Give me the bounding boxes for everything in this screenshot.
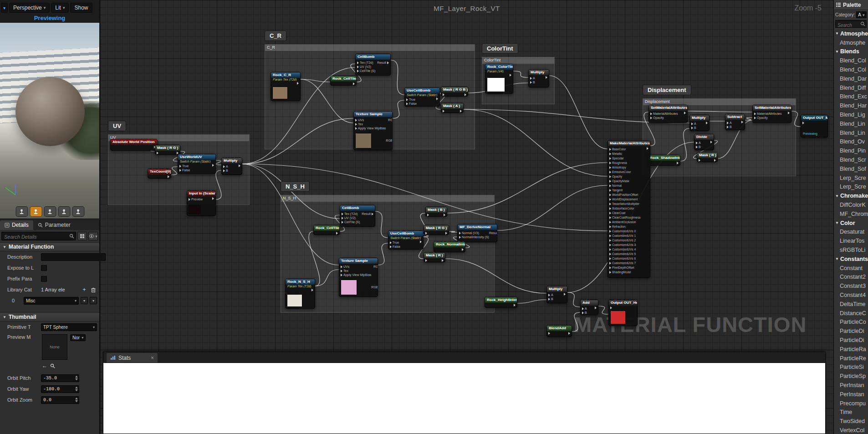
input-pin[interactable]: B [530,80,535,84]
palette-item[interactable]: Atmosphe [834,38,868,47]
palette-item[interactable]: Lerp_Scre [834,174,868,183]
output-pin[interactable] [461,248,464,251]
palette-category[interactable]: ▼Constants [834,255,868,264]
output-pin[interactable] [676,162,679,164]
comment-chip[interactable]: N_S_H [281,181,310,192]
palette-category[interactable]: ▼Chromakey [834,191,868,200]
graph-node-mul_h[interactable]: MultiplyAB [546,286,567,303]
section-thumbnail[interactable]: ▼ Thumbnail [0,312,99,322]
palette-item[interactable]: PerInstan [834,381,868,390]
output-pin[interactable]: Result [377,61,389,65]
input-pin[interactable]: Apply View MipBias [355,126,386,130]
output-pin[interactable]: Result [362,212,373,216]
palette-item[interactable]: Desaturat [834,228,868,237]
graph-node-awp[interactable]: Absolute World Position [110,139,158,151]
input-pin[interactable]: CustomizedUVs 6 [609,256,640,261]
palette-item[interactable]: Constant3 [834,281,868,291]
output-pin[interactable]: RGBA [386,138,393,143]
graph-node-sub_disp[interactable]: SubtractAB [725,114,745,130]
palette-item[interactable]: Blend_Pin [834,146,868,155]
palette-item[interactable]: Time [834,408,868,417]
graph-node-shadowint[interactable]: Rock_ShadowIntensity [648,155,680,166]
input-pin[interactable]: A [223,164,228,168]
output-pin[interactable] [567,332,570,335]
palette-item[interactable]: Constant4 [834,291,868,300]
details-search[interactable] [1,232,76,240]
input-pin[interactable]: CustomizedUVs 5 [609,252,640,256]
input-pin[interactable]: B [223,168,228,173]
element-options-button[interactable]: ▾ [81,297,88,304]
graph-node-mask_rg_uv[interactable]: Mask ( R G ) [155,145,180,155]
palette-item[interactable]: ParticleSi [834,363,868,372]
palette-item[interactable]: Blend_Diff [834,83,868,92]
palette-item[interactable]: ParticleRa [834,345,868,354]
palette-item[interactable]: Blend_Sof [834,164,868,174]
input-pin[interactable]: True [179,164,190,168]
graph-node-tint_param[interactable]: Rock_ColorTintParam (V4) [485,64,513,94]
graph-node-add_h[interactable]: AddAB [580,300,598,315]
input-pin[interactable]: WorldPositionOffset [609,193,640,197]
palette-item[interactable]: DiffColorK [834,200,868,209]
viewport-options-button[interactable]: ▾ [1,3,8,13]
output-pin[interactable]: RGBA [371,285,378,289]
input-pin[interactable] [610,306,613,309]
input-pin[interactable]: Metallic [609,152,640,156]
output-pin[interactable] [713,159,716,162]
palette-item[interactable]: Blend_Ov [834,138,868,147]
output-pin[interactable]: RGB [388,118,393,122]
input-pin[interactable]: BaseColor [609,147,640,152]
output-pin[interactable] [443,214,445,216]
input-pin[interactable]: Opacity [609,174,640,179]
spinner-icon[interactable] [75,387,78,391]
input-pin[interactable]: Apply View MipBias [341,273,371,277]
lit-button[interactable]: Lit▾ [51,3,69,13]
palette-item[interactable]: PerInstan [834,390,868,399]
graph-node-setmat1[interactable]: SetMaterialAttributesMaterialAttributesO… [648,105,688,123]
nav-button-4[interactable] [58,206,70,217]
palette-category[interactable]: ▼Color [834,219,868,228]
graph-node-mask_d[interactable]: Mask ( R ) [697,152,718,162]
input-pin[interactable]: OpacityMask [609,179,640,184]
input-pin[interactable]: B [582,311,587,315]
palette-item[interactable]: ParticleRe [834,354,868,363]
palette-category[interactable]: ▼Blends [834,47,868,56]
input-pin[interactable]: UV (V2) [357,65,375,69]
input-pin[interactable]: AmbientOcclusion [609,220,640,225]
nav-button-5[interactable] [72,206,84,217]
orbit-yaw-field[interactable] [41,385,79,393]
input-pin[interactable]: Normal (V3) [459,231,489,235]
input-pin[interactable]: B [727,125,732,129]
output-pin[interactable] [513,304,516,306]
graph-node-mask_b_nsh[interactable]: Mask ( B ) [425,207,447,217]
input-pin[interactable]: Opacity [754,116,781,120]
palette-item[interactable]: Blend_Lig [834,110,868,119]
element-options-button-2[interactable]: ▾ [90,297,97,304]
palette-item[interactable]: Blend_Har [834,101,868,110]
nav-button-1[interactable] [15,206,28,217]
graph-node-unwcb_cr[interactable]: UseCellBombSwitch Param (Static)TrueFals… [404,87,440,107]
input-pin[interactable]: A [727,121,732,125]
output-pin[interactable] [464,93,466,96]
graph-node-rock_cr[interactable]: Rock_C_RParam Tex (T2d) [271,72,301,101]
graph-node-mul_disp[interactable]: MultiplyAB [689,115,710,131]
input-pin[interactable]: Tangent [609,188,640,193]
comment-chip[interactable]: ColorTint [482,43,518,54]
input-pin[interactable]: SubsurfaceColor [609,206,640,211]
palette-item[interactable]: Constant [834,264,868,273]
palette-item[interactable]: Blend_Col [834,56,868,65]
output-pin[interactable] [594,306,597,309]
input-pin[interactable]: UVs [355,118,386,122]
input-pin[interactable]: ClearCoatRoughness [609,215,640,220]
graph-node-mul_uv[interactable]: MultiplyAB [221,158,242,175]
input-pin[interactable]: NormalIntensity (S) [459,235,489,239]
palette-item[interactable]: Lerp_Scre [834,183,868,192]
input-pin[interactable]: Normal [609,184,640,188]
palette-category[interactable]: ▼Atmospher [834,29,868,38]
preview-viewport[interactable]: ▾ Perspective▾ Lit▾ Show Previewing [0,0,99,219]
input-pin[interactable]: Tex (T2d) [342,212,360,216]
comment-chip[interactable]: Displacement [643,85,691,95]
palette-item[interactable]: LinearTos [834,236,868,245]
orbit-yaw-input[interactable] [41,387,79,392]
input-pin[interactable]: True [390,240,400,245]
tab-parameter[interactable]: Parameter [33,220,75,230]
